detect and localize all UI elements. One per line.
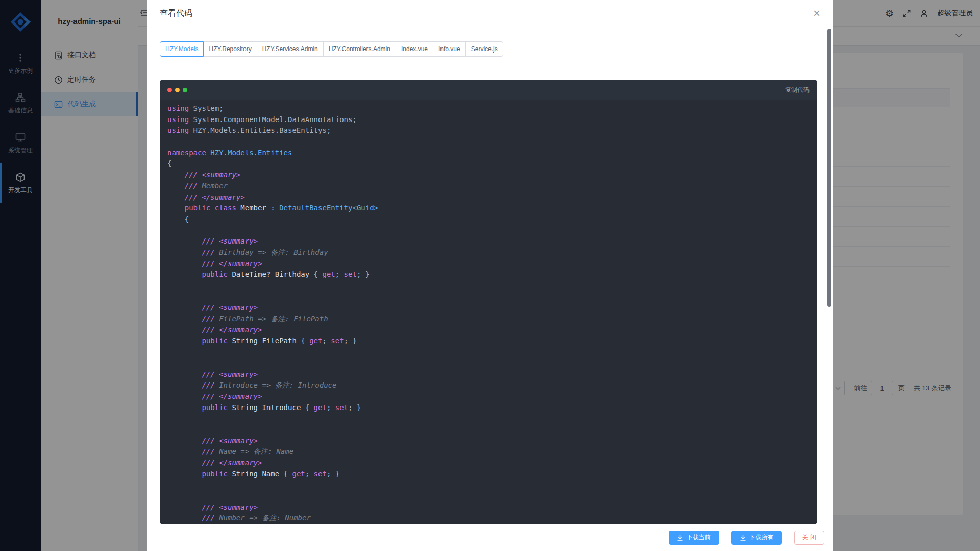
code-line: /// <summary> <box>167 236 817 247</box>
download-all-button[interactable]: 下载所有 <box>731 531 782 545</box>
code-line: /// <summary> <box>167 502 817 513</box>
dialog-footer: 下载当前 下载所有 关 闭 <box>147 524 833 551</box>
dialog-body: HZY.ModelsHZY.RepositoryHZY.Services.Adm… <box>147 27 833 524</box>
code-line <box>167 136 817 148</box>
code-line: /// Introduce => 备注: Introduce <box>167 380 817 391</box>
code-line <box>167 480 817 491</box>
code-line: /// </summary> <box>167 325 817 336</box>
code-line: public DateTime? Birthday { get; set; } <box>167 269 817 280</box>
code-line: /// <summary> <box>167 436 817 447</box>
code-line: /// Number => 备注: Number <box>167 513 817 524</box>
code-line <box>167 358 817 369</box>
code-line: /// </summary> <box>167 192 817 203</box>
window-dot-yellow <box>175 88 180 92</box>
code-line: /// <summary> <box>167 302 817 314</box>
code-line: namespace HZY.Models.Entities <box>167 148 817 159</box>
code-line <box>167 280 817 292</box>
code-tab-HZY.Repository[interactable]: HZY.Repository <box>203 41 257 57</box>
code-line: { <box>167 214 817 225</box>
copy-code-button[interactable]: 复制代码 <box>785 86 810 94</box>
code-line: using HZY.Models.Entities.BaseEntitys; <box>167 125 817 136</box>
code-tab-Service.js[interactable]: Service.js <box>465 41 503 57</box>
download-icon <box>677 535 683 541</box>
code-tab-Index.vue[interactable]: Index.vue <box>396 41 433 57</box>
code-content: using System;using System.ComponentModel… <box>160 100 817 524</box>
code-block-header: 复制代码 <box>160 80 817 100</box>
code-line: using System; <box>167 103 817 114</box>
code-line <box>167 225 817 236</box>
code-line <box>167 292 817 303</box>
app-root: 更多示例基础信息系统管理开发工具 hzy-admin-spa-ui 接口文档定时… <box>0 0 980 551</box>
code-line: /// Name => 备注: Name <box>167 446 817 458</box>
code-line: public String FilePath { get; set; } <box>167 336 817 347</box>
code-line <box>167 347 817 358</box>
code-line: /// </summary> <box>167 391 817 402</box>
code-tab-HZY.Models[interactable]: HZY.Models <box>160 41 204 57</box>
download-icon <box>740 535 746 541</box>
code-line: public String Name { get; set; } <box>167 469 817 480</box>
window-dots <box>167 88 187 92</box>
code-line: { <box>167 158 817 170</box>
download-current-button[interactable]: 下载当前 <box>669 531 719 545</box>
code-line: /// </summary> <box>167 258 817 270</box>
code-line: using System.ComponentModel.DataAnnotati… <box>167 114 817 126</box>
code-line <box>167 424 817 436</box>
code-line: /// <summary> <box>167 369 817 380</box>
code-line: /// </summary> <box>167 458 817 469</box>
code-line: /// FilePath => 备注: FilePath <box>167 314 817 325</box>
dialog-scrollbar-thumb[interactable] <box>827 29 831 307</box>
window-dot-green <box>183 88 187 92</box>
code-block: 复制代码 using System;using System.Component… <box>160 80 817 524</box>
window-dot-red <box>167 88 172 92</box>
code-file-tabs: HZY.ModelsHZY.RepositoryHZY.Services.Adm… <box>160 41 817 57</box>
code-tab-HZY.Controllers.Admin[interactable]: HZY.Controllers.Admin <box>323 41 396 57</box>
code-line: public String Introduce { get; set; } <box>167 402 817 414</box>
code-tab-HZY.Services.Admin[interactable]: HZY.Services.Admin <box>257 41 324 57</box>
code-line: public class Member : DefaultBaseEntity<… <box>167 203 817 214</box>
close-icon[interactable]: × <box>813 7 820 19</box>
code-line: /// Birthday => 备注: Birthday <box>167 247 817 258</box>
code-line <box>167 491 817 502</box>
code-tab-Info.vue[interactable]: Info.vue <box>433 41 466 57</box>
code-line <box>167 413 817 424</box>
view-code-dialog: 查看代码 × HZY.ModelsHZY.RepositoryHZY.Servi… <box>147 0 833 551</box>
code-line: /// Member <box>167 181 817 192</box>
close-dialog-button[interactable]: 关 闭 <box>794 531 824 545</box>
code-line: /// <summary> <box>167 170 817 181</box>
dialog-title: 查看代码 <box>160 8 192 19</box>
dialog-header: 查看代码 × <box>147 0 833 27</box>
